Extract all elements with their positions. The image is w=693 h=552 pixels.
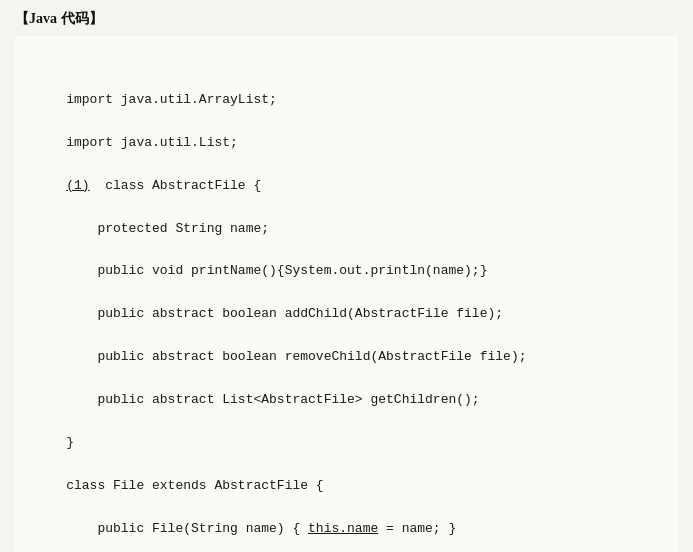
code-line-getchildren-abstract: public abstract List<AbstractFile> getCh… — [35, 389, 658, 410]
code-line-file-constructor: public File(String name) { this.name = n… — [35, 518, 658, 539]
code-line-close-abstract: } — [35, 432, 658, 453]
code-line-removechild-abstract: public abstract boolean removeChild(Abst… — [35, 346, 658, 367]
code-line-import1: import java.util.ArrayList; — [35, 89, 658, 110]
code-line-field: protected String name; — [35, 218, 658, 239]
code-line-import2: import java.util.List; — [35, 132, 658, 153]
code-block: import java.util.ArrayList; import java.… — [15, 36, 678, 552]
code-line-printname: public void printName(){System.out.print… — [35, 260, 658, 281]
code-line-abstract-class: (1) class AbstractFile { — [35, 175, 658, 196]
code-line-file-class: class File extends AbstractFile { — [35, 475, 658, 496]
section-title: 【Java 代码】 — [15, 10, 678, 28]
code-line-addchild-abstract: public abstract boolean addChild(Abstrac… — [35, 303, 658, 324]
